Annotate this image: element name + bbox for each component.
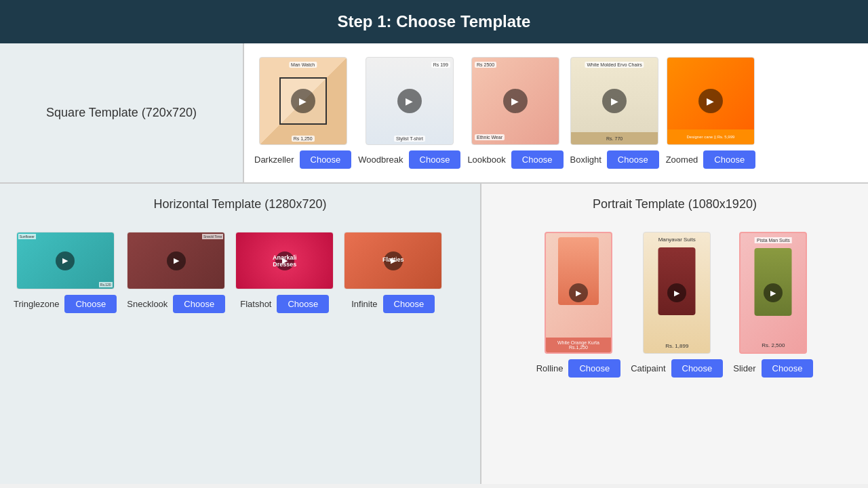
main-content: Square Template (720x720) Man Watch ▶ Rs…	[0, 43, 868, 484]
slider-choose-btn[interactable]: Choose	[762, 359, 814, 378]
template-flatshot: AnarkaliDresses ▶ Flatshot Choose	[235, 232, 334, 313]
flatshot-label: Flatshot	[240, 299, 271, 309]
template-boxlight: White Molded Ervo Chairs ▶ Rs. 770 Boxli…	[570, 57, 659, 169]
square-templates-row: Man Watch ▶ Rs 1,250 Darkzeller Choose R…	[244, 43, 868, 182]
infinite-label: Infinite	[351, 299, 377, 309]
tringlezone-label: Tringlezone	[14, 299, 59, 309]
template-thumb-rolline[interactable]: ▶ White Orange Kurta Rs.1,250	[545, 232, 612, 354]
rolline-name-row: Rolline Choose	[536, 359, 621, 378]
template-zoomed: Designer cane || Rs. 5,999 ▶ Zoomed Choo…	[666, 57, 756, 169]
slider-product-name: Pista Man Suits	[755, 237, 792, 243]
rolline-play-btn[interactable]: ▶	[569, 283, 588, 302]
template-thumb-flatshot[interactable]: AnarkaliDresses ▶	[235, 232, 334, 289]
boxlight-name-row: Boxlight Choose	[570, 150, 659, 169]
catipaint-product-name: Manyavar Suits	[658, 237, 696, 243]
boxlight-top-label: White Molded Ervo Chairs	[585, 62, 644, 68]
boxlight-price: Rs. 770	[606, 136, 623, 141]
lookbook-sub-label: Ethnic Wear	[475, 134, 505, 140]
woodbreak-price: Stylist T-shirt	[394, 136, 425, 142]
template-thumb-zoomed[interactable]: Designer cane || Rs. 5,999 ▶	[667, 57, 755, 145]
catipaint-choose-btn[interactable]: Choose	[671, 359, 724, 378]
page-title: Step 1: Choose Template	[338, 12, 531, 30]
lookbook-choose-btn[interactable]: Choose	[511, 150, 564, 169]
rolline-product-name: White Orange Kurta	[547, 340, 610, 345]
zoomed-label: Zoomed	[666, 155, 698, 165]
horizontal-section-label: Horizontal Template (868x488)	[0, 184, 480, 225]
template-thumb-woodbreak[interactable]: Rs 199 ▶ Stylist T-shirt	[366, 57, 454, 145]
rolline-label: Rolline	[536, 363, 564, 373]
catipaint-play-btn[interactable]: ▶	[667, 283, 686, 302]
zoomed-choose-btn[interactable]: Choose	[703, 150, 755, 169]
snecklook-choose-btn[interactable]: Choose	[173, 295, 225, 313]
infinite-name-row: Infinite Choose	[351, 295, 435, 313]
slider-play-btn[interactable]: ▶	[764, 283, 783, 302]
lookbook-top-label: Rs 2500	[475, 62, 496, 68]
snecklook-play-btn[interactable]: ▶	[167, 251, 186, 270]
slider-name-row: Slider Choose	[733, 359, 813, 378]
woodbreak-play-btn[interactable]: ▶	[397, 89, 422, 113]
square-template-section: Square Template (720x720) Man Watch ▶ Rs…	[0, 43, 868, 184]
flatshot-name-row: Flatshot Choose	[240, 295, 329, 313]
boxlight-play-btn[interactable]: ▶	[602, 89, 627, 113]
template-thumb-slider[interactable]: Pista Man Suits ▶ Rs. 2,500	[739, 232, 807, 354]
template-thumb-lookbook[interactable]: Rs 2500 Ethnic Wear ▶	[471, 57, 559, 145]
darkzeller-choose-btn[interactable]: Choose	[300, 150, 352, 169]
template-slider: Pista Man Suits ▶ Rs. 2,500 Slider Choos…	[733, 232, 813, 378]
portrait-template-section: Portrait Template (1080x1920) ▶ White Or…	[481, 184, 868, 484]
template-lookbook: Rs 2500 Ethnic Wear ▶ Lookbook Choose	[467, 57, 563, 169]
infinite-play-btn[interactable]: ▶	[384, 251, 403, 270]
darkzeller-play-btn[interactable]: ▶	[291, 89, 315, 113]
boxlight-choose-btn[interactable]: Choose	[607, 150, 659, 169]
tringlezone-name-row: Tringlezone Choose	[14, 295, 117, 313]
lookbook-play-btn[interactable]: ▶	[503, 89, 528, 113]
snecklook-name-row: Snecklook Choose	[127, 295, 225, 313]
slider-label: Slider	[733, 363, 755, 373]
template-darkzeller: Man Watch ▶ Rs 1,250 Darkzeller Choose	[254, 57, 351, 169]
darkzeller-price: Rs 1,250	[292, 136, 315, 142]
flatshot-play-btn[interactable]: ▶	[275, 251, 294, 270]
tringlezone-play-btn[interactable]: ▶	[56, 251, 75, 270]
template-infinite: Flatties ▶ Infinite Choose	[344, 232, 442, 313]
template-catipaint: Manyavar Suits ▶ Rs. 1,899 Catipaint Cho…	[631, 232, 723, 378]
template-thumb-boxlight[interactable]: White Molded Ervo Chairs ▶ Rs. 770	[570, 57, 658, 145]
woodbreak-choose-btn[interactable]: Choose	[409, 150, 461, 169]
darkzeller-top-label: Man Watch	[289, 62, 317, 68]
zoomed-play-btn[interactable]: ▶	[698, 89, 723, 113]
template-snecklook: Sneckl Time ▶ Snecklook Choose	[127, 232, 225, 313]
horizontal-template-section: Horizontal Template (868x488) Sunflower…	[0, 184, 481, 484]
template-thumb-tringlezone[interactable]: Sunflower Rs.120 ▶	[16, 232, 115, 289]
catipaint-name-row: Catipaint Choose	[631, 359, 723, 378]
square-section-label: Square Template (720x720)	[0, 43, 244, 182]
zoomed-name-row: Zoomed Choose	[666, 150, 756, 169]
woodbreak-name-row: Woodbreak Choose	[358, 150, 460, 169]
page-header: Step 1: Choose Template	[0, 0, 868, 43]
portrait-templates-row: ▶ White Orange Kurta Rs.1,250 Rolline Ch…	[481, 225, 868, 391]
woodbreak-top-label: Rs 199	[431, 62, 450, 68]
snecklook-label: Snecklook	[127, 299, 167, 309]
woodbreak-label: Woodbreak	[358, 155, 403, 165]
rolline-price: Rs.1,250	[547, 345, 610, 350]
template-thumb-darkzeller[interactable]: Man Watch ▶ Rs 1,250	[259, 57, 347, 145]
template-rolline: ▶ White Orange Kurta Rs.1,250 Rolline Ch…	[536, 232, 621, 378]
template-thumb-catipaint[interactable]: Manyavar Suits ▶ Rs. 1,899	[643, 232, 711, 354]
darkzeller-label: Darkzeller	[254, 155, 294, 165]
boxlight-label: Boxlight	[570, 155, 601, 165]
horizontal-templates-row: Sunflower Rs.120 ▶ Tringlezone Choose Sn…	[0, 225, 480, 327]
slider-price: Rs. 2,500	[762, 342, 785, 348]
rolline-choose-btn[interactable]: Choose	[568, 359, 620, 378]
template-thumb-infinite[interactable]: Flatties ▶	[344, 232, 442, 289]
zoomed-price: Designer cane || Rs. 5,999	[686, 135, 734, 139]
template-woodbreak: Rs 199 ▶ Stylist T-shirt Woodbreak Choos…	[358, 57, 460, 169]
flatshot-choose-btn[interactable]: Choose	[277, 295, 329, 313]
lookbook-name-row: Lookbook Choose	[467, 150, 563, 169]
portrait-section-label: Portrait Template (1080x1920)	[481, 184, 868, 225]
infinite-choose-btn[interactable]: Choose	[383, 295, 435, 313]
tringlezone-choose-btn[interactable]: Choose	[64, 295, 117, 313]
bottom-sections: Horizontal Template (868x488) Sunflower…	[0, 184, 868, 484]
tringlezone-price: Rs.120	[99, 282, 113, 287]
template-tringlezone: Sunflower Rs.120 ▶ Tringlezone Choose	[14, 232, 117, 313]
template-thumb-snecklook[interactable]: Sneckl Time ▶	[127, 232, 225, 289]
tringlezone-sublabel: Sunflower	[18, 234, 36, 239]
catipaint-label: Catipaint	[631, 363, 665, 373]
lookbook-label: Lookbook	[467, 155, 505, 165]
